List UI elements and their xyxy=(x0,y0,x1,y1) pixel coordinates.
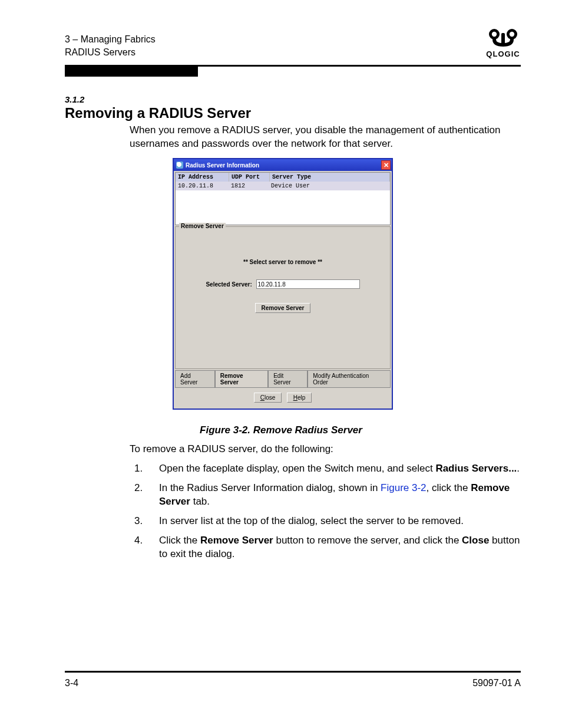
step-number: 3. xyxy=(134,515,159,528)
intro-paragraph: When you remove a RADIUS server, you dis… xyxy=(130,124,521,151)
server-table[interactable]: IP Address UDP Port Server Type 10.20.11… xyxy=(175,172,391,225)
section-number: 3.1.2 xyxy=(65,94,84,104)
tab-add-server[interactable]: Add Server xyxy=(175,371,215,388)
dialog-title: Radius Server Information xyxy=(186,162,259,169)
bottom-rule xyxy=(65,671,521,673)
step-number: 2. xyxy=(134,482,159,509)
step-body: In server list at the top of the dialog,… xyxy=(159,515,521,528)
close-button[interactable]: Close xyxy=(254,393,282,403)
list-item: 1. Open the faceplate display, open the … xyxy=(134,462,521,476)
remove-server-button[interactable]: Remove Server xyxy=(255,303,311,313)
help-button[interactable]: Help xyxy=(287,393,312,403)
header-text: 3 – Managing Fabrics RADIUS Servers xyxy=(65,33,156,58)
brand-name: QLOGIC xyxy=(485,50,521,58)
svg-point-1 xyxy=(492,32,497,37)
step-body: Click the Remove Server button to remove… xyxy=(159,534,521,561)
panel-legend: Remove Server xyxy=(179,223,226,229)
section-line: RADIUS Servers xyxy=(65,46,156,59)
black-tab-bar xyxy=(65,67,198,77)
step-body: In the Radius Server Information dialog,… xyxy=(159,482,521,509)
list-item: 2. In the Radius Server Information dial… xyxy=(134,482,521,509)
remove-server-panel: Remove Server ** Select server to remove… xyxy=(175,226,391,369)
table-header: IP Address UDP Port Server Type xyxy=(176,173,390,182)
prompt-text: ** Select server to remove ** xyxy=(180,259,385,265)
selected-server-input[interactable] xyxy=(256,279,360,289)
cell-port: 1812 xyxy=(229,182,269,190)
list-item: 3. In server list at the top of the dial… xyxy=(134,515,521,528)
close-icon[interactable]: ✕ xyxy=(381,160,391,170)
col-ip: IP Address xyxy=(176,173,229,182)
selected-server-label: Selected Server: xyxy=(206,281,252,288)
steps-list: 1. Open the faceplate display, open the … xyxy=(134,456,521,561)
list-item: 4. Click the Remove Server button to rem… xyxy=(134,534,521,561)
doc-number: 59097-01 A xyxy=(472,678,521,689)
figure-link[interactable]: Figure 3-2 xyxy=(381,482,426,493)
brand-logo: QLOGIC xyxy=(485,27,521,58)
java-icon xyxy=(176,162,183,169)
chapter-line: 3 – Managing Fabrics xyxy=(65,33,156,46)
qlogic-icon xyxy=(485,27,521,48)
cell-ip: 10.20.11.8 xyxy=(176,182,229,190)
dialog-tabs: Add Server Remove Server Edit Server Mod… xyxy=(175,370,391,388)
step-body: Open the faceplate display, open the Swi… xyxy=(159,462,521,476)
table-row[interactable]: 10.20.11.8 1812 Device User xyxy=(176,182,390,190)
step-number: 4. xyxy=(134,534,159,561)
svg-point-3 xyxy=(510,32,514,37)
cell-type: Device User xyxy=(269,182,390,190)
tab-remove-server[interactable]: Remove Server xyxy=(215,371,268,388)
page-number: 3-4 xyxy=(65,678,78,689)
tab-edit-server[interactable]: Edit Server xyxy=(268,371,308,388)
dialog-titlebar[interactable]: Radius Server Information ✕ xyxy=(174,159,392,171)
tab-modify-auth-order[interactable]: Modify Authentication Order xyxy=(308,371,391,388)
figure-caption: Figure 3-2. Remove Radius Server xyxy=(0,424,562,436)
radius-info-dialog: Radius Server Information ✕ IP Address U… xyxy=(173,158,393,410)
col-port: UDP Port xyxy=(229,173,270,182)
instructions-lead: To remove a RADIUS server, do the follow… xyxy=(130,443,333,455)
col-type: Server Type xyxy=(270,173,390,182)
section-title: Removing a RADIUS Server xyxy=(65,105,251,121)
step-number: 1. xyxy=(134,462,159,476)
